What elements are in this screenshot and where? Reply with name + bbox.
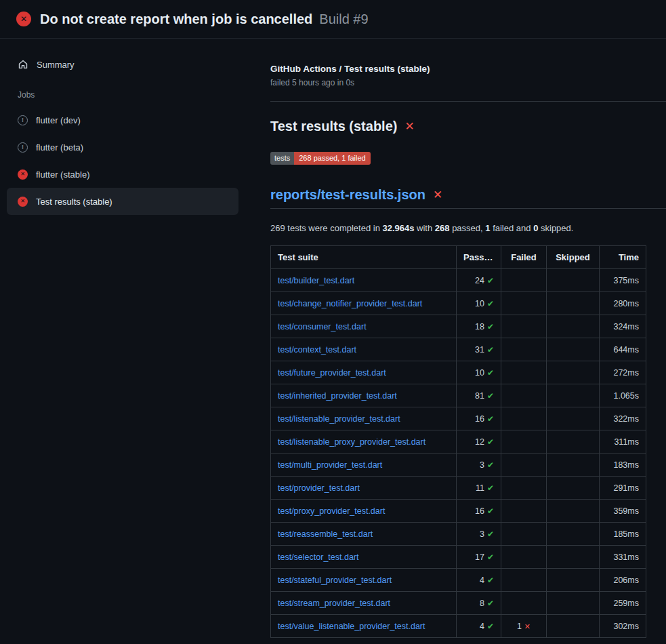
check-icon: ✔ [487, 506, 494, 516]
test-suite-link[interactable]: test/value_listenable_provider_test.dart [278, 622, 425, 631]
failed-cell [501, 454, 547, 477]
passed-cell: 8✔ [457, 592, 501, 615]
test-suite-link[interactable]: test/future_provider_test.dart [278, 368, 386, 378]
sidebar-item-flutter-beta[interactable]: ! flutter (beta) [7, 134, 238, 161]
skipped-cell [547, 269, 600, 292]
check-icon: ✔ [487, 322, 494, 331]
summary-part: failed and [491, 223, 534, 233]
build-number: Build #9 [319, 12, 368, 27]
test-suite-link[interactable]: test/consumer_test.dart [278, 322, 367, 331]
test-suite-link[interactable]: test/stateful_provider_test.dart [278, 576, 392, 585]
test-suite-link[interactable]: test/inherited_provider_test.dart [278, 391, 397, 401]
test-suite-link[interactable]: test/provider_test.dart [278, 483, 360, 493]
test-suite-link[interactable]: test/listenable_provider_test.dart [278, 414, 400, 424]
table-row: test/selector_test.dart17✔331ms [271, 546, 646, 569]
neutral-status-icon: ! [18, 142, 28, 153]
test-suite-cell: test/future_provider_test.dart [271, 361, 457, 384]
table-row: test/change_notifier_provider_test.dart1… [271, 292, 646, 315]
test-suite-link[interactable]: test/selector_test.dart [278, 552, 359, 562]
failed-cell [501, 500, 547, 523]
failed-cell [501, 269, 547, 292]
test-suite-cell: test/listenable_provider_test.dart [271, 407, 457, 430]
test-suite-link[interactable]: test/stream_provider_test.dart [278, 599, 390, 608]
results-table: Test suite Passed Failed Skipped Time te… [270, 245, 646, 638]
passed-cell: 16✔ [457, 407, 501, 430]
skipped-cell [547, 430, 600, 454]
skipped-cell [547, 615, 600, 638]
skipped-cell [547, 569, 600, 592]
sidebar-item-flutter-stable[interactable]: ✕ flutter (stable) [7, 161, 238, 188]
passed-cell: 4✔ [457, 615, 501, 638]
sidebar-item-test-results-stable[interactable]: ✕ Test results (stable) [7, 188, 238, 215]
check-icon: ✔ [487, 391, 494, 401]
failed-cell [501, 384, 547, 407]
sidebar-item-label: flutter (dev) [36, 115, 81, 125]
passed-cell: 3✔ [457, 523, 501, 546]
check-icon: ✔ [487, 599, 494, 608]
badge-value: 268 passed, 1 failed [294, 152, 370, 165]
check-icon: ✔ [487, 299, 494, 308]
test-suite-link[interactable]: test/proxy_provider_test.dart [278, 506, 385, 516]
time-cell: 359ms [600, 500, 646, 523]
table-header-row: Test suite Passed Failed Skipped Time [271, 246, 646, 269]
time-cell: 302ms [600, 615, 646, 638]
col-header-skipped: Skipped [547, 246, 600, 269]
breadcrumb: GitHub Actions / Test results (stable) [270, 64, 666, 74]
failed-cell [501, 430, 547, 454]
table-row: test/consumer_test.dart18✔324ms [271, 315, 646, 338]
check-icon: ✔ [487, 529, 494, 539]
time-cell: 185ms [600, 523, 646, 546]
time-cell: 206ms [600, 569, 646, 592]
time-cell: 375ms [600, 269, 646, 292]
test-suite-cell: test/consumer_test.dart [271, 315, 457, 338]
passed-cell: 3✔ [457, 454, 501, 477]
skipped-cell [547, 454, 600, 477]
test-suite-cell: test/selector_test.dart [271, 546, 457, 569]
summary-part: with [414, 223, 434, 233]
check-icon: ✔ [487, 622, 494, 631]
check-icon: ✔ [487, 414, 494, 424]
passed-cell: 17✔ [457, 546, 501, 569]
table-row: test/listenable_provider_test.dart16✔322… [271, 407, 646, 430]
sidebar-item-label: Test results (stable) [36, 197, 112, 207]
report-file-link[interactable]: reports/test-results.json [270, 187, 425, 203]
summary-part: passed, [450, 223, 486, 233]
sidebar-item-summary[interactable]: Summary [7, 52, 238, 77]
test-suite-cell: test/listenable_proxy_provider_test.dart [271, 430, 457, 454]
skipped-cell [547, 407, 600, 430]
failed-cell [501, 292, 547, 315]
sidebar-item-label: flutter (beta) [36, 142, 83, 153]
skipped-cell [547, 338, 600, 361]
time-cell: 644ms [600, 338, 646, 361]
test-suite-link[interactable]: test/listenable_proxy_provider_test.dart [278, 437, 425, 447]
time-cell: 324ms [600, 315, 646, 338]
test-suite-cell: test/builder_test.dart [271, 269, 457, 292]
test-suite-cell: test/reassemble_test.dart [271, 523, 457, 546]
time-cell: 291ms [600, 477, 646, 500]
main-content: GitHub Actions / Test results (stable) f… [270, 39, 666, 638]
test-suite-link[interactable]: test/change_notifier_provider_test.dart [278, 299, 422, 308]
test-suite-link[interactable]: test/reassemble_test.dart [278, 529, 373, 539]
passed-cell: 10✔ [457, 361, 501, 384]
table-row: test/stateful_provider_test.dart4✔206ms [271, 569, 646, 592]
time-cell: 259ms [600, 592, 646, 615]
summary-passed-count: 268 [435, 223, 450, 233]
table-row: test/inherited_provider_test.dart81✔1.06… [271, 384, 646, 407]
failed-x-icon: ✕ [404, 121, 414, 132]
passed-cell: 4✔ [457, 569, 501, 592]
test-suite-link[interactable]: test/context_test.dart [278, 345, 356, 355]
skipped-cell [547, 523, 600, 546]
table-row: test/stream_provider_test.dart8✔259ms [271, 592, 646, 615]
neutral-status-icon: ! [18, 115, 28, 125]
time-cell: 322ms [600, 407, 646, 430]
results-table-body: test/builder_test.dart24✔375mstest/chang… [271, 269, 646, 638]
sidebar-item-flutter-dev[interactable]: ! flutter (dev) [7, 106, 238, 134]
passed-cell: 10✔ [457, 292, 501, 315]
test-suite-link[interactable]: test/builder_test.dart [278, 276, 354, 285]
failed-status-icon: ✕ [18, 197, 28, 207]
time-cell: 183ms [600, 454, 646, 477]
test-suite-cell: test/change_notifier_provider_test.dart [271, 292, 457, 315]
run-title: Do not create report when job is cancell… [40, 12, 312, 27]
check-icon: ✔ [487, 368, 494, 378]
test-suite-link[interactable]: test/multi_provider_test.dart [278, 460, 382, 470]
